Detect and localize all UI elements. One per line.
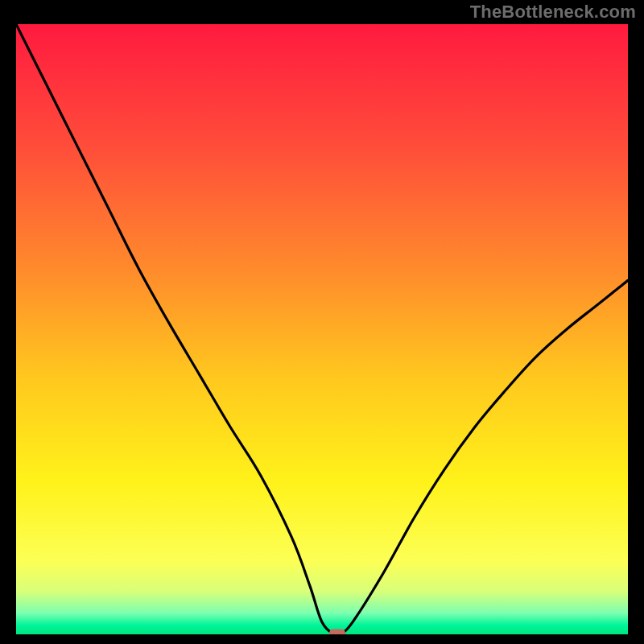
gradient-background (16, 24, 628, 634)
optimum-marker (329, 630, 345, 635)
bottleneck-plot (16, 24, 628, 634)
chart-frame: TheBottleneck.com (0, 0, 644, 644)
watermark-label: TheBottleneck.com (470, 2, 636, 23)
